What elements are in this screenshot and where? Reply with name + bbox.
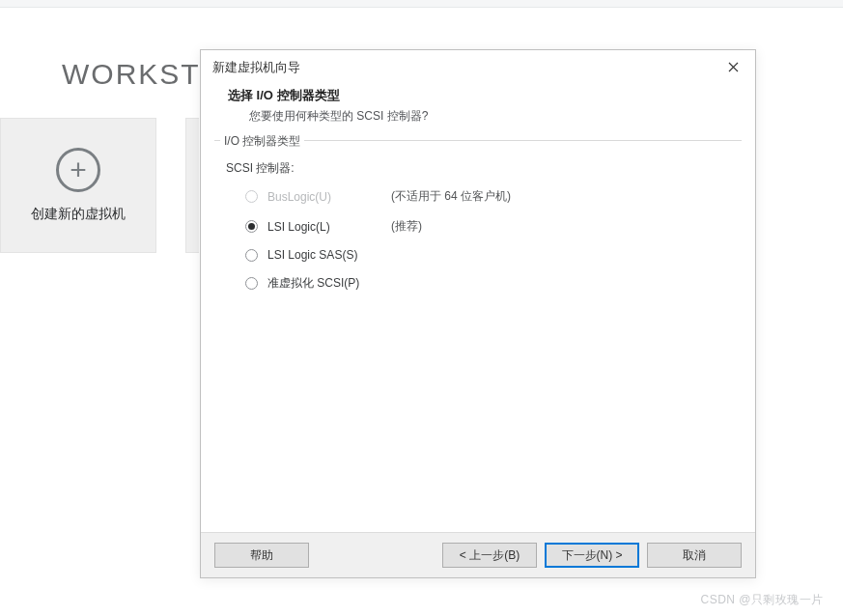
watermark: CSDN @只剩玫瑰一片 xyxy=(700,592,824,608)
create-vm-tile[interactable]: + 创建新的虚拟机 xyxy=(0,118,156,253)
group-label: I/O 控制器类型 xyxy=(220,133,304,150)
help-button-label: 帮助 xyxy=(250,547,273,564)
app-topbar xyxy=(0,0,843,8)
option-label: LSI Logic(L) xyxy=(267,220,381,234)
create-vm-tile-label: 创建新的虚拟机 xyxy=(31,206,126,223)
dialog-title: 新建虚拟机向导 xyxy=(212,60,717,76)
radio-icon xyxy=(245,220,258,233)
close-icon xyxy=(728,59,739,76)
dialog-subheading: 您要使用何种类型的 SCSI 控制器? xyxy=(228,108,728,125)
back-button[interactable]: < 上一步(B) xyxy=(442,543,537,568)
cancel-button-label: 取消 xyxy=(683,547,706,564)
radio-icon xyxy=(245,277,258,290)
help-button[interactable]: 帮助 xyxy=(214,543,309,568)
workstation-brand: WORKST xyxy=(62,58,201,91)
close-button[interactable] xyxy=(717,55,749,80)
option-buslogic: BusLogic(U) (不适用于 64 位客户机) xyxy=(245,188,732,205)
tile-edge xyxy=(185,118,199,253)
plus-icon: + xyxy=(56,148,100,192)
dialog-heading: 选择 I/O 控制器类型 xyxy=(228,87,728,104)
option-label: LSI Logic SAS(S) xyxy=(267,248,381,262)
option-lsi-logic[interactable]: LSI Logic(L) (推荐) xyxy=(245,218,732,235)
next-button[interactable]: 下一步(N) > xyxy=(545,543,639,568)
field-label: SCSI 控制器: xyxy=(226,160,732,177)
option-label: 准虚拟化 SCSI(P) xyxy=(267,275,381,292)
back-button-label: < 上一步(B) xyxy=(460,547,520,564)
option-lsi-logic-sas[interactable]: LSI Logic SAS(S) xyxy=(245,248,732,262)
radio-group: BusLogic(U) (不适用于 64 位客户机) LSI Logic(L) … xyxy=(224,188,732,292)
cancel-button[interactable]: 取消 xyxy=(647,543,742,568)
option-hint: (推荐) xyxy=(391,218,422,235)
next-button-label: 下一步(N) > xyxy=(562,547,623,564)
option-label: BusLogic(U) xyxy=(267,190,381,204)
new-vm-wizard-dialog: 新建虚拟机向导 选择 I/O 控制器类型 您要使用何种类型的 SCSI 控制器?… xyxy=(200,49,756,578)
dialog-titlebar: 新建虚拟机向导 xyxy=(201,50,755,85)
radio-icon xyxy=(245,249,258,262)
dialog-button-bar: 帮助 < 上一步(B) 下一步(N) > 取消 xyxy=(201,532,755,577)
radio-icon xyxy=(245,190,258,203)
dialog-heading-area: 选择 I/O 控制器类型 您要使用何种类型的 SCSI 控制器? xyxy=(201,85,755,136)
option-paravirtual-scsi[interactable]: 准虚拟化 SCSI(P) xyxy=(245,275,732,292)
dialog-body: I/O 控制器类型 SCSI 控制器: BusLogic(U) (不适用于 64… xyxy=(214,140,742,532)
option-hint: (不适用于 64 位客户机) xyxy=(391,188,511,205)
